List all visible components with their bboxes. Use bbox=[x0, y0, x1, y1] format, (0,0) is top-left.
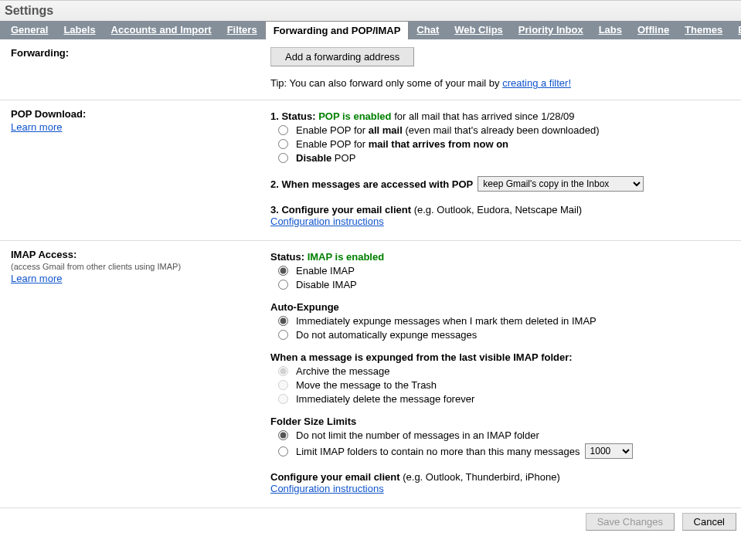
pop-disable-label: Disable POP bbox=[296, 152, 355, 164]
tab-web-clips[interactable]: Web Clips bbox=[447, 21, 511, 39]
ex-trash-label: Move the message to the Trash bbox=[296, 379, 437, 391]
ae-immediate-label: Immediately expunge messages when I mark… bbox=[296, 315, 597, 327]
fs-limit-radio[interactable] bbox=[278, 446, 288, 456]
pop-access-label: 2. When messages are accessed with POP bbox=[270, 178, 473, 190]
cancel-button[interactable]: Cancel bbox=[682, 513, 736, 531]
settings-content: Forwarding: Add a forwarding address Tip… bbox=[0, 39, 741, 507]
fs-limit-label: Limit IMAP folders to contain no more th… bbox=[296, 446, 580, 457]
save-changes-button[interactable]: Save Changes bbox=[586, 513, 675, 531]
auto-expunge-label: Auto-Expunge bbox=[270, 301, 733, 313]
pop-config-instructions-link[interactable]: Configuration instructions bbox=[270, 216, 384, 227]
imap-section: IMAP Access: (access Gmail from other cl… bbox=[0, 241, 741, 507]
pop-enable-all-radio[interactable] bbox=[278, 125, 288, 135]
tab-labs[interactable]: Labs bbox=[591, 21, 630, 39]
expunged-label: When a message is expunged from the last… bbox=[270, 351, 733, 363]
imap-config-instructions-link[interactable]: Configuration instructions bbox=[270, 483, 384, 494]
ex-trash-radio[interactable] bbox=[278, 380, 288, 390]
ex-archive-label: Archive the message bbox=[296, 365, 389, 377]
pop-learn-more-link[interactable]: Learn more bbox=[11, 121, 62, 133]
tab-forwarding-and-pop-imap[interactable]: Forwarding and POP/IMAP bbox=[265, 21, 410, 39]
ex-delete-label: Immediately delete the message forever bbox=[296, 393, 474, 405]
fs-limit-select[interactable]: 1000 bbox=[585, 443, 633, 459]
pop-section: POP Download: Learn more 1. Status: POP … bbox=[0, 100, 741, 241]
ex-delete-radio[interactable] bbox=[278, 394, 288, 404]
tab-buzz[interactable]: Buzz bbox=[730, 21, 741, 39]
forwarding-tip: Tip: You can also forward only some of y… bbox=[270, 77, 733, 89]
add-forwarding-button[interactable]: Add a forwarding address bbox=[270, 47, 414, 66]
pop-label: POP Download: bbox=[11, 108, 270, 120]
creating-filter-link[interactable]: creating a filter! bbox=[502, 77, 571, 89]
pop-configure-label: 3. Configure your email client (e.g. Out… bbox=[270, 204, 582, 216]
pop-status: 1. Status: POP is enabled for all mail t… bbox=[270, 110, 575, 122]
pop-enable-all-label: Enable POP for all mail (even mail that'… bbox=[296, 124, 600, 136]
imap-status: Status: IMAP is enabled bbox=[270, 251, 384, 263]
folder-size-label: Folder Size Limits bbox=[270, 416, 733, 427]
ae-noauto-label: Do not automatically expunge messages bbox=[296, 329, 477, 341]
imap-label: IMAP Access: bbox=[11, 249, 270, 260]
pop-enable-new-radio[interactable] bbox=[278, 139, 288, 149]
tab-labels[interactable]: Labels bbox=[56, 21, 103, 39]
forwarding-section: Forwarding: Add a forwarding address Tip… bbox=[0, 39, 741, 100]
ex-archive-radio[interactable] bbox=[278, 366, 288, 376]
tab-accounts-and-import[interactable]: Accounts and Import bbox=[104, 21, 219, 39]
pop-access-select[interactable]: keep Gmail's copy in the Inbox bbox=[478, 176, 644, 192]
forwarding-tip-text: Tip: You can also forward only some of y… bbox=[270, 77, 502, 89]
forwarding-label: Forwarding: bbox=[11, 47, 270, 59]
pop-enable-new-label: Enable POP for mail that arrives from no… bbox=[296, 138, 508, 150]
imap-disable-radio[interactable] bbox=[278, 280, 288, 290]
fs-nolimit-radio[interactable] bbox=[278, 430, 288, 440]
tab-filters[interactable]: Filters bbox=[219, 21, 265, 39]
tab-offline[interactable]: Offline bbox=[630, 21, 677, 39]
imap-configure-label: Configure your email client (e.g. Outloo… bbox=[270, 471, 560, 483]
imap-sub: (access Gmail from other clients using I… bbox=[11, 262, 270, 271]
imap-learn-more-link[interactable]: Learn more bbox=[11, 273, 62, 284]
tab-themes[interactable]: Themes bbox=[677, 21, 730, 39]
tab-priority-inbox[interactable]: Priority Inbox bbox=[511, 21, 591, 39]
footer: Save Changes Cancel bbox=[0, 507, 741, 535]
tab-general[interactable]: General bbox=[3, 21, 56, 39]
imap-enable-radio[interactable] bbox=[278, 266, 288, 276]
imap-enable-label: Enable IMAP bbox=[296, 265, 355, 277]
pop-disable-radio[interactable] bbox=[278, 153, 288, 163]
ae-noauto-radio[interactable] bbox=[278, 330, 288, 340]
fs-nolimit-label: Do not limit the number of messages in a… bbox=[296, 429, 539, 441]
page-title: Settings bbox=[0, 0, 741, 21]
tab-chat[interactable]: Chat bbox=[409, 21, 447, 39]
ae-immediate-radio[interactable] bbox=[278, 316, 288, 326]
imap-disable-label: Disable IMAP bbox=[296, 279, 357, 290]
tabs-bar: GeneralLabelsAccounts and ImportFiltersF… bbox=[0, 21, 741, 39]
